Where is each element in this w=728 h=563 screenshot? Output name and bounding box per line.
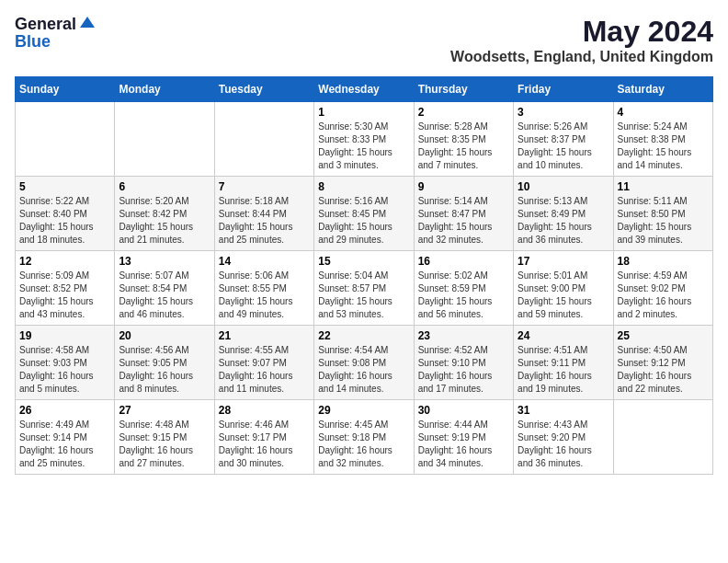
calendar-cell: 22Sunrise: 4:54 AMSunset: 9:08 PMDayligh… — [314, 326, 414, 400]
day-info: Sunrise: 5:14 AMSunset: 8:47 PMDaylight:… — [418, 195, 509, 247]
calendar-cell — [16, 102, 115, 177]
day-number: 9 — [418, 180, 509, 193]
calendar-cell: 11Sunrise: 5:11 AMSunset: 8:50 PMDayligh… — [613, 177, 712, 251]
calendar-cell: 27Sunrise: 4:48 AMSunset: 9:15 PMDayligh… — [115, 400, 214, 475]
title-section: May 2024 Woodsetts, England, United King… — [450, 15, 713, 65]
day-info: Sunrise: 5:02 AMSunset: 8:59 PMDaylight:… — [418, 270, 509, 321]
day-number: 12 — [19, 255, 110, 268]
calendar-cell — [214, 102, 313, 177]
header-day-saturday: Saturday — [613, 77, 712, 102]
day-info: Sunrise: 5:09 AMSunset: 8:52 PMDaylight:… — [19, 270, 110, 321]
day-number: 24 — [518, 329, 609, 342]
calendar-week-row: 1Sunrise: 5:30 AMSunset: 8:33 PMDaylight… — [16, 102, 713, 177]
calendar-cell: 7Sunrise: 5:18 AMSunset: 8:44 PMDaylight… — [214, 177, 313, 251]
day-number: 16 — [418, 255, 509, 268]
svg-marker-0 — [80, 17, 95, 28]
day-number: 2 — [418, 106, 509, 119]
day-number: 30 — [418, 404, 509, 417]
day-info: Sunrise: 5:26 AMSunset: 8:37 PMDaylight:… — [518, 121, 609, 172]
day-info: Sunrise: 4:56 AMSunset: 9:05 PMDaylight:… — [119, 344, 210, 396]
header-day-friday: Friday — [514, 77, 613, 102]
calendar-cell: 26Sunrise: 4:49 AMSunset: 9:14 PMDayligh… — [16, 400, 115, 475]
day-info: Sunrise: 5:01 AMSunset: 9:00 PMDaylight:… — [518, 270, 609, 321]
header-day-wednesday: Wednesday — [314, 77, 414, 102]
day-info: Sunrise: 5:24 AMSunset: 8:38 PMDaylight:… — [618, 121, 709, 172]
day-number: 22 — [318, 329, 409, 342]
calendar-cell: 6Sunrise: 5:20 AMSunset: 8:42 PMDaylight… — [115, 177, 214, 251]
calendar-cell: 25Sunrise: 4:50 AMSunset: 9:12 PMDayligh… — [613, 326, 712, 400]
page-header: General Blue May 2024 Woodsetts, England… — [15, 15, 713, 65]
day-number: 1 — [318, 106, 409, 119]
day-info: Sunrise: 4:55 AMSunset: 9:07 PMDaylight:… — [219, 344, 310, 396]
day-info: Sunrise: 5:22 AMSunset: 8:40 PMDaylight:… — [19, 195, 110, 247]
calendar-cell: 13Sunrise: 5:07 AMSunset: 8:54 PMDayligh… — [115, 251, 214, 326]
calendar-cell: 19Sunrise: 4:58 AMSunset: 9:03 PMDayligh… — [16, 326, 115, 400]
calendar-cell: 14Sunrise: 5:06 AMSunset: 8:55 PMDayligh… — [214, 251, 313, 326]
logo-blue-text: Blue — [15, 33, 51, 50]
calendar-cell: 10Sunrise: 5:13 AMSunset: 8:49 PMDayligh… — [514, 177, 613, 251]
calendar-cell: 17Sunrise: 5:01 AMSunset: 9:00 PMDayligh… — [514, 251, 613, 326]
calendar-table: SundayMondayTuesdayWednesdayThursdayFrid… — [15, 76, 713, 475]
day-number: 7 — [219, 180, 310, 193]
calendar-week-row: 26Sunrise: 4:49 AMSunset: 9:14 PMDayligh… — [16, 400, 713, 475]
calendar-cell — [115, 102, 214, 177]
day-number: 6 — [119, 180, 210, 193]
calendar-cell — [613, 400, 712, 475]
day-info: Sunrise: 4:45 AMSunset: 9:18 PMDaylight:… — [318, 419, 409, 470]
calendar-cell: 15Sunrise: 5:04 AMSunset: 8:57 PMDayligh… — [314, 251, 414, 326]
calendar-cell: 12Sunrise: 5:09 AMSunset: 8:52 PMDayligh… — [16, 251, 115, 326]
day-number: 28 — [219, 404, 310, 417]
calendar-header-row: SundayMondayTuesdayWednesdayThursdayFrid… — [16, 77, 713, 102]
month-year-title: May 2024 — [450, 15, 713, 49]
calendar-cell: 24Sunrise: 4:51 AMSunset: 9:11 PMDayligh… — [514, 326, 613, 400]
day-info: Sunrise: 4:58 AMSunset: 9:03 PMDaylight:… — [19, 344, 110, 396]
calendar-cell: 18Sunrise: 4:59 AMSunset: 9:02 PMDayligh… — [613, 251, 712, 326]
day-number: 31 — [518, 404, 609, 417]
header-day-tuesday: Tuesday — [214, 77, 313, 102]
day-info: Sunrise: 5:04 AMSunset: 8:57 PMDaylight:… — [318, 270, 409, 321]
day-info: Sunrise: 4:51 AMSunset: 9:11 PMDaylight:… — [518, 344, 609, 396]
calendar-cell: 28Sunrise: 4:46 AMSunset: 9:17 PMDayligh… — [214, 400, 313, 475]
day-info: Sunrise: 4:52 AMSunset: 9:10 PMDaylight:… — [418, 344, 509, 396]
calendar-cell: 16Sunrise: 5:02 AMSunset: 8:59 PMDayligh… — [414, 251, 513, 326]
day-info: Sunrise: 4:50 AMSunset: 9:12 PMDaylight:… — [618, 344, 709, 396]
day-info: Sunrise: 4:48 AMSunset: 9:15 PMDaylight:… — [119, 419, 210, 470]
logo: General Blue — [15, 15, 97, 50]
day-info: Sunrise: 5:20 AMSunset: 8:42 PMDaylight:… — [119, 195, 210, 247]
calendar-cell: 31Sunrise: 4:43 AMSunset: 9:20 PMDayligh… — [514, 400, 613, 475]
calendar-cell: 4Sunrise: 5:24 AMSunset: 8:38 PMDaylight… — [613, 102, 712, 177]
day-info: Sunrise: 5:06 AMSunset: 8:55 PMDaylight:… — [219, 270, 310, 321]
day-info: Sunrise: 5:16 AMSunset: 8:45 PMDaylight:… — [318, 195, 409, 247]
calendar-week-row: 19Sunrise: 4:58 AMSunset: 9:03 PMDayligh… — [16, 326, 713, 400]
day-number: 4 — [618, 106, 709, 119]
day-info: Sunrise: 4:54 AMSunset: 9:08 PMDaylight:… — [318, 344, 409, 396]
day-info: Sunrise: 5:18 AMSunset: 8:44 PMDaylight:… — [219, 195, 310, 247]
header-day-monday: Monday — [115, 77, 214, 102]
calendar-cell: 2Sunrise: 5:28 AMSunset: 8:35 PMDaylight… — [414, 102, 513, 177]
day-number: 23 — [418, 329, 509, 342]
day-info: Sunrise: 5:11 AMSunset: 8:50 PMDaylight:… — [618, 195, 709, 247]
day-number: 5 — [19, 180, 110, 193]
calendar-cell: 9Sunrise: 5:14 AMSunset: 8:47 PMDaylight… — [414, 177, 513, 251]
logo-icon — [78, 15, 97, 33]
day-number: 26 — [19, 404, 110, 417]
day-info: Sunrise: 5:28 AMSunset: 8:35 PMDaylight:… — [418, 121, 509, 172]
day-number: 19 — [19, 329, 110, 342]
header-day-sunday: Sunday — [16, 77, 115, 102]
day-number: 21 — [219, 329, 310, 342]
day-info: Sunrise: 4:44 AMSunset: 9:19 PMDaylight:… — [418, 419, 509, 470]
day-number: 15 — [318, 255, 409, 268]
day-number: 11 — [618, 180, 709, 193]
day-number: 18 — [618, 255, 709, 268]
day-number: 20 — [119, 329, 210, 342]
day-number: 25 — [618, 329, 709, 342]
calendar-cell: 8Sunrise: 5:16 AMSunset: 8:45 PMDaylight… — [314, 177, 414, 251]
day-number: 29 — [318, 404, 409, 417]
header-day-thursday: Thursday — [414, 77, 513, 102]
day-number: 14 — [219, 255, 310, 268]
day-info: Sunrise: 4:43 AMSunset: 9:20 PMDaylight:… — [518, 419, 609, 470]
day-number: 27 — [119, 404, 210, 417]
day-info: Sunrise: 5:30 AMSunset: 8:33 PMDaylight:… — [318, 121, 409, 172]
day-info: Sunrise: 4:49 AMSunset: 9:14 PMDaylight:… — [19, 419, 110, 470]
day-info: Sunrise: 4:46 AMSunset: 9:17 PMDaylight:… — [219, 419, 310, 470]
